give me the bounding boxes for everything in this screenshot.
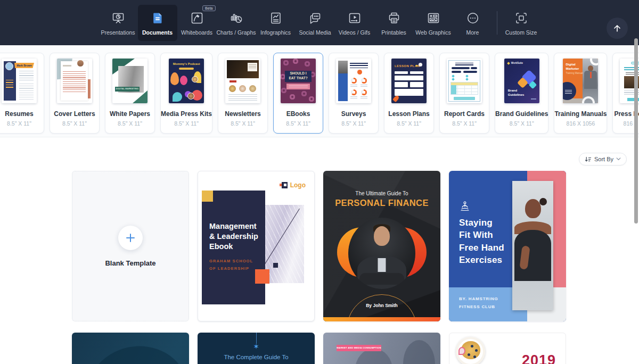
more-icon xyxy=(466,10,480,26)
template-title: Staying Fit With Free Hand Exercises xyxy=(459,217,504,267)
carousel-item-title: EBooks xyxy=(274,110,323,118)
template-recipe-2019[interactable]: 2019 xyxy=(449,333,566,364)
carousel-item-size: 8.5" X 11" xyxy=(50,120,99,127)
nav-item-documents[interactable]: Documents xyxy=(138,5,177,41)
template-market-media-consumption[interactable]: MARKET AND MEDIA CONSUMPTION xyxy=(323,333,440,364)
template-grid: Blank Template Logo Management & Leaders… xyxy=(72,171,566,364)
carousel-item-title: White Papers xyxy=(105,110,154,118)
charts-icon xyxy=(230,10,243,26)
video-icon xyxy=(348,10,362,26)
carousel-item-brand-guidelines[interactable]: WorkSuite Brand Guidelines Brand Guideli… xyxy=(495,53,548,134)
app-window: Presentations Documents Beta Whiteboards xyxy=(0,0,639,364)
sort-icon xyxy=(585,156,592,163)
up-arrow-icon xyxy=(612,23,622,34)
nav-divider xyxy=(497,11,497,35)
category-nav: Presentations Documents Beta Whiteboards xyxy=(0,0,639,45)
template-subtitle: GRAHAM SCHOOL OF LEADERSHIP xyxy=(209,258,253,272)
training-manuals-thumbnail: Digital Marketer Training Manual xyxy=(563,59,598,103)
carousel-item-size: 8.5" X 11" xyxy=(495,120,548,127)
nav-label: Printables xyxy=(381,29,406,36)
carousel-item-title: Media Press Kits xyxy=(161,110,212,118)
nav-item-custom-size[interactable]: Custom Size xyxy=(502,5,541,41)
cover-letters-thumbnail xyxy=(57,59,92,103)
nav-item-more[interactable]: More xyxy=(453,5,493,41)
carousel-item-title: Report Cards xyxy=(440,110,489,118)
template-complete-guide[interactable]: ✶ The Complete Guide To Starting Your Ow… xyxy=(198,333,315,364)
carousel-item-title: Newsletters xyxy=(218,110,267,118)
carousel-item-title: Surveys xyxy=(329,110,378,118)
nav-label: Infographics xyxy=(260,29,291,36)
template-personal-finance[interactable]: The Ultimate Guide To PERSONAL FINANCE B… xyxy=(323,171,440,321)
template-staying-fit[interactable]: Staying Fit With Free Hand Exercises BY.… xyxy=(449,171,566,321)
template-kicker: The Ultimate Guide To xyxy=(323,191,440,196)
carousel-item-lesson-plans[interactable]: LESSON PLAN Lesson Plans 8.5" X 11" xyxy=(384,53,434,134)
nav-label: Videos / Gifs xyxy=(339,29,370,36)
nav-item-presentations[interactable]: Presentations xyxy=(99,5,138,41)
surveys-thumbnail xyxy=(336,59,371,103)
brand-guidelines-thumbnail: WorkSuite Brand Guidelines xyxy=(504,59,539,103)
template-title: PERSONAL FINANCE xyxy=(323,198,440,208)
carousel-item-ebooks-selected[interactable]: SHOULD I EAT THAT? EBooks 8.5" X 11" xyxy=(273,53,323,134)
nav-item-printables[interactable]: Printables xyxy=(374,5,414,41)
carousel-item-newsletters[interactable]: Newsletters 8.5" X 11" xyxy=(218,53,268,134)
lesson-plans-thumbnail: LESSON PLAN xyxy=(391,59,427,103)
document-icon xyxy=(151,10,165,26)
carousel-item-resumes[interactable]: Mark Brown Resumes 8.5" X 11" xyxy=(0,53,44,134)
fitness-photo xyxy=(512,181,553,310)
custom-size-icon xyxy=(514,10,528,26)
carousel-item-size: 8.5" X 11" xyxy=(161,120,212,127)
template-smartwatch[interactable] xyxy=(72,333,189,364)
chevron-down-icon xyxy=(616,158,621,161)
carousel-item-title: Cover Letters xyxy=(50,110,99,118)
blank-template-label: Blank Template xyxy=(105,259,155,267)
nav-label: Custom Size xyxy=(505,29,537,36)
carousel-item-media-press-kits[interactable]: Mommy's Podcast Media Press Kits 8.5" X … xyxy=(160,53,212,134)
nav-label: Presentations xyxy=(101,29,135,36)
template-management-leadership-ebook[interactable]: Logo Management & Leadership Ebook GRAHA… xyxy=(198,171,315,321)
plus-icon xyxy=(125,233,136,243)
page-scrollbar[interactable] xyxy=(634,38,638,224)
nav-item-social-media[interactable]: Social Media xyxy=(296,5,335,41)
infographic-icon xyxy=(269,10,283,26)
carousel-item-size: 816 X 1056 xyxy=(554,120,607,127)
carousel-item-size: 8.5" X 11" xyxy=(329,120,378,127)
nav-item-videos-gifs[interactable]: Videos / Gifs xyxy=(335,5,374,41)
document-type-carousel: Mark Brown Resumes 8.5" X 11" Cover Lett… xyxy=(0,45,639,137)
carousel-item-size: 8.5" X 11" xyxy=(274,120,323,127)
nav-item-whiteboards[interactable]: Beta Whiteboards xyxy=(177,5,217,41)
carousel-item-title: Resumes xyxy=(0,110,44,118)
resumes-thumbnail: Mark Brown xyxy=(2,59,37,103)
template-gallery: Sort By Blank Template Logo Manage xyxy=(0,137,639,364)
web-graphics-icon xyxy=(427,10,440,26)
carousel-item-report-cards[interactable]: Report Cards 8.5" X 11" xyxy=(439,53,489,134)
sort-by-label: Sort By xyxy=(594,156,613,162)
carousel-item-cover-letters[interactable]: Cover Letters 8.5" X 11" xyxy=(50,53,100,134)
carousel-item-title: Training Manuals xyxy=(554,110,607,118)
blank-template-card[interactable]: Blank Template xyxy=(72,171,189,321)
template-byline: BY. HAMSTRING FITNESS CLUB xyxy=(459,295,498,311)
media-press-kits-thumbnail: Mommy's Podcast xyxy=(169,59,204,103)
nav-label: Whiteboards xyxy=(181,29,212,36)
nav-label: More xyxy=(466,29,479,36)
report-cards-thumbnail xyxy=(447,59,482,103)
sort-by-button[interactable]: Sort By xyxy=(579,153,627,166)
add-blank-button[interactable] xyxy=(118,226,143,250)
template-logo: Logo xyxy=(280,181,306,189)
carousel-item-surveys[interactable]: Surveys 8.5" X 11" xyxy=(329,53,379,134)
carousel-item-title: Lesson Plans xyxy=(384,110,433,118)
carousel-item-training-manuals[interactable]: Digital Marketer Training Manual Trainin… xyxy=(554,53,607,134)
carousel-item-title: Brand Guidelines xyxy=(495,110,548,118)
template-year: 2019 xyxy=(522,352,556,364)
nav-item-infographics[interactable]: Infographics xyxy=(256,5,296,41)
nav-item-charts-graphs[interactable]: Charts / Graphs xyxy=(217,5,256,41)
nav-item-web-graphics[interactable]: Web Graphics xyxy=(414,5,453,41)
nav-label: Documents xyxy=(142,29,173,36)
printer-icon xyxy=(387,10,401,26)
whiteboard-icon xyxy=(190,10,204,26)
white-papers-thumbnail: DIGITAL MARKETING xyxy=(112,59,148,103)
author-photo xyxy=(348,218,415,289)
carousel-item-white-papers[interactable]: DIGITAL MARKETING White Papers 8.5" X 11… xyxy=(105,53,155,134)
scroll-to-top-button[interactable] xyxy=(607,18,628,39)
nav-label: Social Media xyxy=(299,29,331,36)
newsletters-thumbnail xyxy=(225,59,260,103)
